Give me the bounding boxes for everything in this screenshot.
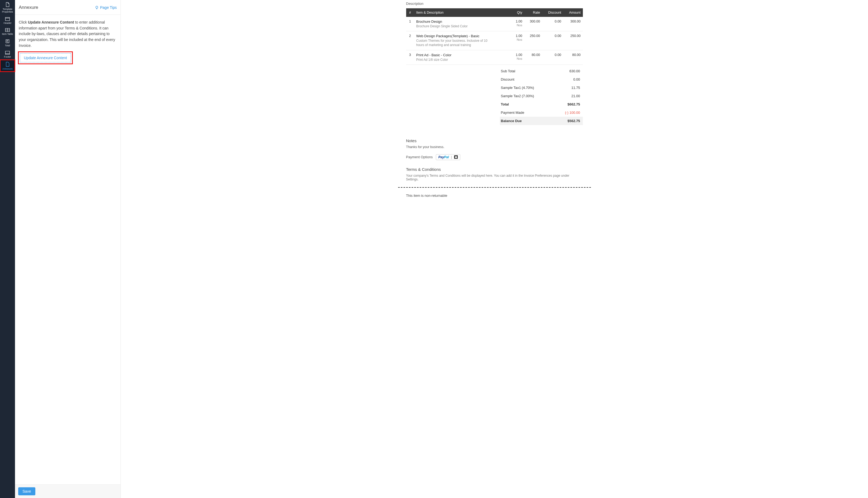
tax1-row: Sample Tax1 (4.70%)11.75 [500, 83, 583, 92]
item-desc: Print Ad 1/8 size Color [416, 57, 491, 62]
annexure-settings-panel: Annexure Page Tips Click Update Annexure… [15, 0, 121, 498]
annexure-content-preview: This item is non-returnable [406, 194, 583, 198]
svg-rect-5 [6, 40, 9, 43]
table-row: 3 Print Ad - Basic - Color Print Ad 1/8 … [406, 50, 583, 65]
nav-item-table[interactable]: Item Table [0, 26, 15, 37]
template-preview: Description # Item & Description Qty Rat… [121, 0, 868, 498]
svg-point-8 [95, 6, 98, 8]
totals-block: Sub Total630.00 Discount0.00 Sample Tax1… [500, 67, 583, 125]
nav-label: Footer [4, 55, 11, 58]
creditcard-icon: ▮▮ [454, 155, 458, 159]
terms-block: Terms & Conditions Your company's Terms … [406, 167, 583, 181]
nav-label: Item Table [2, 33, 13, 35]
lightbulb-icon [95, 5, 99, 10]
panel-body: Click Update Annexure Content to enter a… [15, 15, 120, 484]
panel-title: Annexure [19, 5, 38, 10]
svg-rect-6 [5, 51, 10, 54]
table-row: 2 Web Design Packages(Template) - Basic … [406, 31, 583, 50]
nav-label: Total [5, 44, 10, 47]
invoice-document: Description # Item & Description Qty Rat… [398, 2, 591, 206]
payment-options: Payment Options PayPal | ▮▮ [406, 154, 583, 160]
payment-options-label: Payment Options [406, 155, 433, 159]
tear-line [398, 187, 591, 188]
panel-header: Annexure Page Tips [15, 0, 120, 15]
save-button[interactable]: Save [18, 487, 35, 495]
nav-template-properties[interactable]: Template Properties [0, 0, 15, 15]
paypal-badge: PayPal | ▮▮ [436, 154, 460, 160]
terms-title: Terms & Conditions [406, 167, 583, 172]
item-name: Print Ad - Basic - Color [416, 53, 509, 57]
total-row: Total$662.75 [500, 100, 583, 108]
highlight-box: Update Annexure Content [19, 52, 72, 64]
footer-icon [5, 51, 10, 55]
template-section-nav: Template Properties Header Item Table To… [0, 0, 15, 498]
balance-due-row: Balance Due$562.75 [500, 117, 583, 125]
item-name: Web Design Packages(Template) - Basic [416, 34, 509, 38]
item-name: Brochure Design [416, 19, 509, 24]
discount-row: Discount0.00 [500, 75, 583, 83]
nav-total[interactable]: Total [0, 37, 15, 49]
table-row: 1 Brochure Design Brochure Design Single… [406, 17, 583, 31]
tax2-row: Sample Tax2 (7.00%)21.00 [500, 92, 583, 100]
item-desc: Custom Themes for your business. Inclusi… [416, 39, 491, 47]
nav-label: Template Properties [1, 8, 14, 13]
item-table: # Item & Description Qty Rate Discount A… [406, 8, 583, 65]
col-discount: Discount [542, 8, 563, 17]
col-item: Item & Description [414, 8, 511, 17]
document-icon [5, 2, 10, 7]
col-qty: Qty [511, 8, 524, 17]
item-desc: Brochure Design Single Sided Color [416, 24, 491, 28]
table-icon [5, 28, 10, 32]
page-tips-label: Page Tips [100, 5, 117, 10]
nav-header[interactable]: Header [0, 15, 15, 26]
svg-rect-0 [5, 17, 10, 21]
total-icon [5, 39, 10, 43]
paypal-icon: PayPal [438, 155, 449, 159]
annexure-help-text: Click Update Annexure Content to enter a… [19, 19, 117, 49]
nav-label: Header [3, 22, 12, 24]
nav-label: Annexure [2, 67, 13, 70]
notes-title: Notes [406, 139, 583, 143]
annexure-icon [5, 62, 10, 67]
nav-annexure[interactable]: Annexure [0, 60, 15, 72]
save-bar: Save [15, 484, 120, 498]
notes-block: Notes Thanks for your business. [406, 139, 583, 149]
payment-row: Payment Made(-) 100.00 [500, 108, 583, 117]
header-icon [5, 17, 10, 21]
col-index: # [406, 8, 414, 17]
notes-text: Thanks for your business. [406, 145, 583, 149]
page-tips-link[interactable]: Page Tips [95, 5, 117, 10]
col-rate: Rate [524, 8, 542, 17]
nav-footer[interactable]: Footer [0, 49, 15, 60]
subtotal-row: Sub Total630.00 [500, 67, 583, 75]
terms-text: Your company's Terms and Conditions will… [406, 174, 583, 181]
col-amount: Amount [563, 8, 582, 17]
description-label: Description [406, 2, 583, 5]
update-annexure-content-button[interactable]: Update Annexure Content [20, 53, 71, 62]
